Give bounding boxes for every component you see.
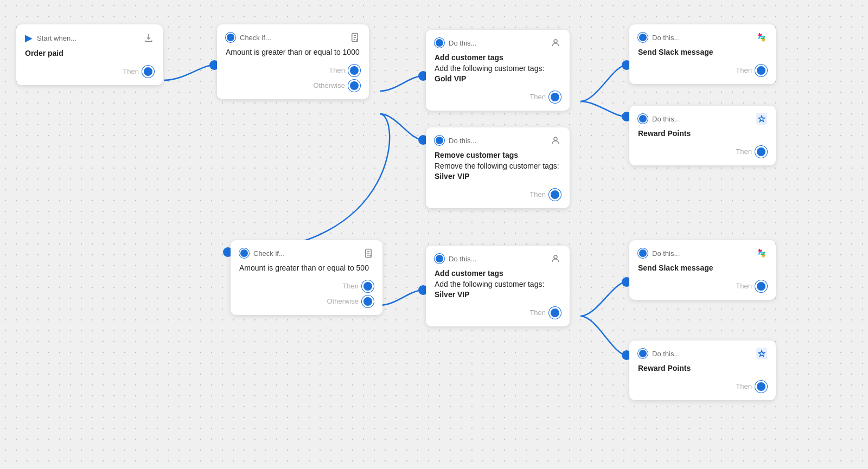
do-add-silver-header: Do this... bbox=[435, 253, 561, 264]
do-remove-silver-node[interactable]: Do this... Remove customer tags Remove t… bbox=[426, 127, 570, 208]
check2-body: Amount is greater than or equal to 500 bbox=[239, 263, 374, 274]
do-slack-top-then-dot[interactable] bbox=[755, 65, 767, 76]
check-icon bbox=[349, 32, 360, 43]
do-reward-bottom-title: Do this... bbox=[652, 350, 680, 358]
check2-header-dot bbox=[239, 248, 249, 258]
check2-header: Check if... bbox=[239, 248, 374, 259]
do-slack-top-title: Do this... bbox=[652, 34, 680, 42]
check2-footer: Then Otherwise bbox=[239, 280, 374, 307]
svg-point-22 bbox=[762, 255, 763, 257]
do-slack-bottom-body: Send Slack message bbox=[638, 263, 767, 274]
start-node-header: ▶ Start when... bbox=[25, 32, 154, 44]
do-reward-bottom-then-dot[interactable] bbox=[755, 381, 767, 393]
do-reward-top-header: Do this... bbox=[638, 113, 767, 124]
do-add-silver-then-dot[interactable] bbox=[549, 307, 561, 319]
do-add-gold-then-dot[interactable] bbox=[549, 91, 561, 103]
do-add-gold-footer: Then bbox=[435, 91, 561, 103]
trigger-icon: ▶ bbox=[25, 32, 33, 44]
svg-point-21 bbox=[764, 252, 765, 254]
check2-otherwise-dot[interactable] bbox=[362, 295, 374, 307]
reward-icon-top bbox=[756, 113, 767, 124]
svg-point-12 bbox=[758, 37, 760, 39]
do-reward-bottom-body: Reward Points bbox=[638, 363, 767, 374]
check1-node[interactable]: Check if... Amount is greater than or eq… bbox=[217, 24, 369, 99]
do-reward-top-node[interactable]: Do this... Reward Points Then bbox=[629, 106, 776, 165]
person-icon-remove bbox=[550, 135, 561, 146]
check2-node[interactable]: Check if... Amount is greater than or eq… bbox=[231, 240, 382, 315]
check1-footer: Then Otherwise bbox=[226, 65, 360, 92]
start-node[interactable]: ▶ Start when... Order paid Then bbox=[16, 24, 163, 85]
check1-title: Check if... bbox=[240, 34, 271, 42]
do-slack-top-node[interactable]: Do this... Send Slack message Then bbox=[629, 24, 776, 84]
do-slack-bottom-footer: Then bbox=[638, 280, 767, 292]
do-slack-bottom-dot bbox=[638, 248, 648, 258]
start-node-footer: Then bbox=[25, 66, 154, 78]
check1-header-dot bbox=[226, 33, 235, 42]
reward-icon-bottom bbox=[756, 348, 767, 359]
do-reward-bottom-header: Do this... bbox=[638, 348, 767, 359]
svg-rect-11 bbox=[757, 33, 767, 42]
do-slack-bottom-then-dot[interactable] bbox=[755, 280, 767, 292]
do-remove-silver-footer: Then bbox=[435, 189, 561, 201]
do-add-silver-title: Do this... bbox=[449, 255, 476, 263]
do-add-silver-dot bbox=[435, 254, 444, 264]
do-slack-top-body: Send Slack message bbox=[638, 47, 767, 58]
svg-point-18 bbox=[554, 255, 557, 259]
do-slack-top-header: Do this... bbox=[638, 32, 767, 43]
do-slack-bottom-node[interactable]: Do this... Send Slack message Then bbox=[629, 240, 776, 300]
do-remove-silver-then-dot[interactable] bbox=[549, 189, 561, 201]
do-remove-silver-title: Do this... bbox=[449, 137, 476, 145]
do-add-silver-body: Add customer tags Add the following cust… bbox=[435, 268, 561, 300]
do-add-silver-node[interactable]: Do this... Add customer tags Add the fol… bbox=[426, 246, 570, 326]
do-add-gold-title: Do this... bbox=[449, 39, 476, 47]
download-icon bbox=[143, 33, 154, 43]
do-add-gold-dot bbox=[435, 38, 444, 48]
check2-then-dot[interactable] bbox=[362, 280, 374, 292]
person-icon-silver bbox=[550, 253, 561, 264]
slack-icon-top bbox=[756, 32, 767, 43]
check1-header: Check if... bbox=[226, 32, 360, 43]
svg-rect-19 bbox=[757, 249, 767, 258]
do-reward-top-body: Reward Points bbox=[638, 129, 767, 139]
person-icon-gold bbox=[550, 37, 561, 48]
do-reward-bottom-dot bbox=[638, 349, 648, 358]
check2-title: Check if... bbox=[253, 249, 285, 258]
svg-point-16 bbox=[554, 137, 557, 140]
do-add-silver-footer: Then bbox=[435, 307, 561, 319]
do-remove-silver-dot bbox=[435, 136, 444, 145]
svg-point-10 bbox=[554, 40, 557, 43]
check1-then-dot[interactable] bbox=[348, 65, 360, 76]
do-reward-top-footer: Then bbox=[638, 146, 767, 158]
svg-point-20 bbox=[758, 253, 760, 255]
start-node-body: Order paid bbox=[25, 48, 154, 59]
do-slack-bottom-header: Do this... bbox=[638, 248, 767, 259]
do-reward-bottom-node[interactable]: Do this... Reward Points Then bbox=[629, 340, 776, 400]
check-icon-2 bbox=[363, 248, 374, 259]
do-slack-top-footer: Then bbox=[638, 65, 767, 76]
svg-point-13 bbox=[764, 36, 765, 38]
svg-point-15 bbox=[761, 34, 762, 35]
start-then-dot[interactable] bbox=[142, 66, 154, 78]
do-slack-top-dot bbox=[638, 33, 648, 42]
do-reward-top-title: Do this... bbox=[652, 115, 680, 123]
svg-point-14 bbox=[762, 40, 763, 41]
do-add-gold-body: Add customer tags Add the following cust… bbox=[435, 53, 561, 85]
do-remove-silver-header: Do this... bbox=[435, 135, 561, 146]
slack-icon-bottom bbox=[756, 248, 767, 259]
do-slack-bottom-title: Do this... bbox=[652, 249, 680, 258]
do-add-gold-header: Do this... bbox=[435, 37, 561, 48]
do-reward-bottom-footer: Then bbox=[638, 381, 767, 393]
do-reward-top-dot bbox=[638, 114, 648, 124]
do-add-gold-node[interactable]: Do this... Add customer tags Add the fol… bbox=[426, 30, 570, 111]
check1-body: Amount is greater than or equal to 1000 bbox=[226, 47, 360, 58]
do-remove-silver-body: Remove customer tags Remove the followin… bbox=[435, 150, 561, 182]
do-reward-top-then-dot[interactable] bbox=[755, 146, 767, 158]
svg-point-23 bbox=[761, 249, 762, 251]
start-node-title: Start when... bbox=[37, 34, 76, 42]
check1-otherwise-dot[interactable] bbox=[348, 80, 360, 92]
